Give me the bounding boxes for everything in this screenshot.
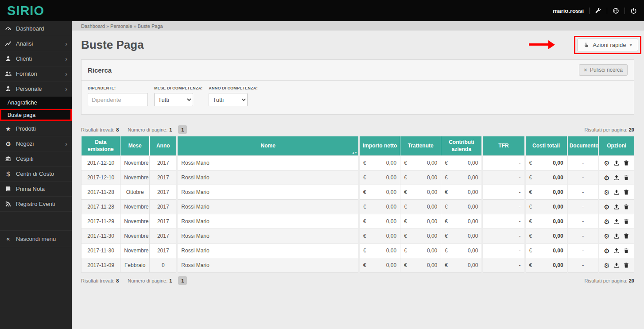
cell-anno: 2017 — [150, 244, 177, 258]
cell-nome: Rossi Mario — [177, 200, 359, 214]
cell-opzioni: ⚙ — [598, 214, 634, 229]
sidebar-item-buste-paga[interactable]: Buste paga — [0, 109, 72, 121]
cell-mese: Novembre — [120, 170, 150, 185]
upload-icon[interactable] — [613, 160, 620, 166]
currency-symbol: € — [529, 262, 532, 268]
cell-data-emissione: 2017-11-30 — [81, 229, 120, 244]
trash-icon[interactable] — [623, 248, 629, 254]
sidebar-collapse-button[interactable]: « Nascondi menu — [0, 230, 72, 247]
cell-opzioni: ⚙ — [598, 244, 634, 258]
cell-mese: Febbraio — [120, 258, 150, 273]
cell-opzioni: ⚙ — [598, 185, 634, 200]
sidebar-item-label: Fornitori — [16, 70, 37, 77]
cell-tfr: - — [482, 185, 525, 200]
wrench-icon[interactable] — [595, 8, 601, 14]
page-number-button[interactable]: 1 — [178, 125, 187, 134]
trash-icon[interactable] — [623, 233, 629, 239]
currency-symbol: € — [445, 160, 448, 166]
sidebar-item-dashboard[interactable]: Dashboard — [0, 21, 72, 36]
trash-icon[interactable] — [623, 262, 629, 268]
annotation-arrow-shaft — [529, 43, 549, 46]
table-row: 2017-11-30Novembre2017Rossi Mario€0,00€0… — [81, 244, 634, 258]
gear-icon[interactable]: ⚙ — [604, 262, 609, 269]
field-dipendente: DIPENDENTE: — [88, 86, 148, 106]
sidebar-item-label: Centri di Costo — [16, 170, 54, 177]
currency-symbol: € — [363, 233, 366, 239]
power-icon[interactable] — [630, 8, 637, 14]
quick-actions-button[interactable]: Azioni rapide ▾ — [577, 39, 638, 51]
cell-costi-totali: €0,00 — [525, 200, 567, 214]
trash-icon[interactable] — [623, 174, 629, 181]
sidebar-item-label: Registro Eventi — [16, 201, 55, 207]
sidebar-item-prima-nota[interactable]: Prima Nota — [0, 182, 72, 197]
dipendente-input[interactable] — [88, 93, 148, 106]
gear-icon[interactable]: ⚙ — [604, 218, 609, 225]
cell-costi-totali: €0,00 — [525, 156, 567, 170]
cell-nome: Rossi Mario — [177, 170, 359, 185]
page-number-button[interactable]: 1 — [178, 276, 187, 285]
currency-symbol: € — [445, 204, 448, 210]
trash-icon[interactable] — [623, 218, 629, 224]
upload-icon[interactable] — [613, 262, 620, 268]
trash-icon[interactable] — [623, 160, 629, 166]
sidebar-item-analisi[interactable]: Analisi› — [0, 36, 72, 51]
cell-tfr: - — [482, 229, 525, 244]
sidebar-item-registro-eventi[interactable]: Registro Eventi — [0, 197, 72, 212]
search-title: Ricerca — [88, 66, 112, 74]
currency-symbol: € — [529, 204, 532, 210]
currency-symbol: € — [445, 218, 448, 224]
cell-documento: - — [567, 258, 598, 273]
currency-symbol: € — [445, 262, 448, 268]
gear-icon[interactable]: ⚙ — [604, 233, 609, 240]
upload-icon[interactable] — [613, 204, 620, 210]
field-dipendente-label: DIPENDENTE: — [88, 86, 148, 90]
cell-mese: Novembre — [120, 200, 150, 214]
cell-contributi-azienda: €0,00 — [441, 214, 482, 229]
sidebar-item-personale[interactable]: Personale› — [0, 81, 72, 97]
cell-contributi-azienda: €0,00 — [441, 156, 482, 170]
upload-icon[interactable] — [613, 189, 620, 195]
trash-icon[interactable] — [623, 189, 629, 195]
mese-competenza-select[interactable]: Tutti — [154, 93, 193, 106]
anno-competenza-select[interactable]: Tutti — [209, 93, 248, 106]
cell-costi-totali: €0,00 — [525, 185, 567, 200]
trash-icon[interactable] — [623, 204, 629, 210]
cell-costi-totali: €0,00 — [525, 229, 567, 244]
sidebar-item-anagrafiche[interactable]: Anagrafiche — [0, 97, 72, 109]
rss-icon — [4, 201, 12, 207]
gear-icon[interactable]: ⚙ — [604, 174, 609, 181]
clear-search-label: Pulisci ricerca — [590, 67, 623, 73]
gear-icon[interactable]: ⚙ — [604, 248, 609, 254]
upload-icon[interactable] — [613, 174, 620, 181]
sidebar-item-clienti[interactable]: Clienti› — [0, 51, 72, 66]
cell-anno: 2017 — [150, 214, 177, 229]
globe-icon[interactable] — [613, 8, 619, 14]
cell-mese: Novembre — [120, 229, 150, 244]
sidebar-item-negozi[interactable]: ⚙Negozi› — [0, 136, 72, 151]
main-layout: DashboardAnalisi›Clienti›Fornitori›Perso… — [0, 21, 644, 329]
sidebar-item-prodotti[interactable]: ★Prodotti — [0, 121, 72, 136]
gear-icon[interactable]: ⚙ — [604, 160, 609, 166]
content: Dashboard » Personale » Buste Paga Buste… — [72, 21, 644, 329]
chevron-right-icon: › — [65, 86, 67, 92]
upload-icon[interactable] — [613, 233, 620, 239]
clear-search-button[interactable]: × Pulisci ricerca — [579, 64, 628, 76]
column-header-nome[interactable]: Nome▲▼ — [177, 136, 359, 156]
chevron-right-icon: › — [65, 41, 67, 47]
sidebar-item-fornitori[interactable]: Fornitori› — [0, 66, 72, 81]
sidebar-item-cespiti[interactable]: Cespiti — [0, 151, 72, 166]
sidebar-item-centri-di-costo[interactable]: $Centri di Costo — [0, 166, 72, 182]
sort-icons[interactable]: ▲▼ — [352, 151, 357, 155]
username[interactable]: mario.rossi — [553, 8, 584, 14]
upload-icon[interactable] — [613, 248, 620, 254]
cell-costi-totali: €0,00 — [525, 258, 567, 273]
gear-icon[interactable]: ⚙ — [604, 204, 609, 210]
cell-data-emissione: 2017-11-29 — [81, 214, 120, 229]
gear-icon[interactable]: ⚙ — [604, 189, 609, 196]
divider — [589, 8, 590, 14]
cell-contributi-azienda: €0,00 — [441, 244, 482, 258]
column-header-importo-netto: Importo netto — [359, 136, 400, 156]
results-pages-value: 1 — [169, 278, 172, 283]
upload-icon[interactable] — [613, 218, 620, 224]
column-header-opzioni: Opzioni — [598, 136, 634, 156]
